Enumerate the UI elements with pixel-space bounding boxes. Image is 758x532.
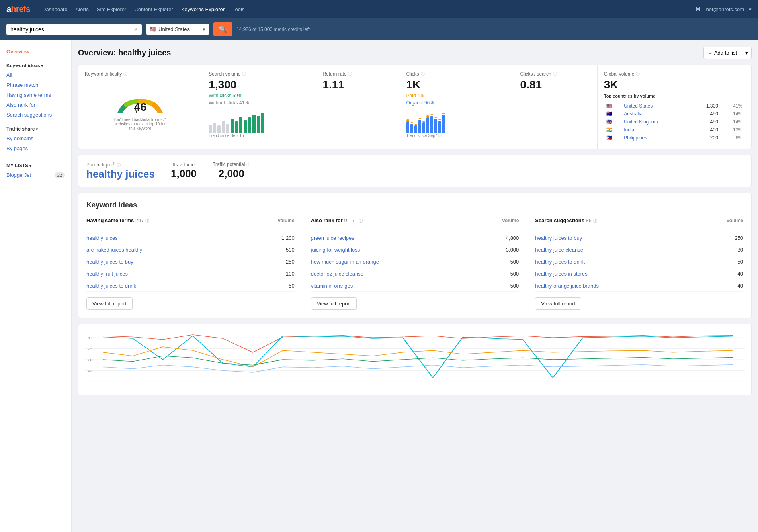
- rr-info-icon[interactable]: ⓘ: [348, 71, 352, 77]
- add-to-list-button[interactable]: ≡ Add to list ▾: [703, 47, 752, 59]
- clicks-per-search-card: Clicks / search ⓘ 0.81: [514, 65, 598, 149]
- hst-view-report-btn[interactable]: View full report: [86, 297, 133, 310]
- gauge-container: 46 You'll need backlinks from ~71 websit…: [85, 78, 195, 134]
- sidebar-item-overview[interactable]: Overview: [0, 47, 71, 57]
- return-rate-card: Return rate ⓘ 1.11: [316, 65, 400, 149]
- au-pct: 14%: [721, 110, 744, 117]
- user-email[interactable]: bot@ahrefs.com: [706, 6, 744, 12]
- arf-keyword-0[interactable]: green juice recipes: [311, 235, 354, 241]
- uk-link[interactable]: United Kingdom: [624, 119, 658, 125]
- in-link[interactable]: India: [624, 127, 634, 133]
- nav-content-explorer[interactable]: Content Explorer: [134, 6, 173, 12]
- ss-keyword-2[interactable]: healthy juices to drink: [535, 259, 585, 265]
- hst-keyword-2[interactable]: healthy juices to buy: [86, 259, 133, 265]
- sidebar-item-all[interactable]: All: [0, 70, 71, 80]
- hst-volume-header: Volume: [277, 218, 294, 223]
- ss-row-4: healthy orange juice brands 40: [535, 280, 743, 292]
- country-selector[interactable]: 🇺🇸 United States ▾: [146, 24, 209, 35]
- country-row-ph: 🇵🇭 Philippines 200 6%: [605, 134, 744, 141]
- tp-info-icon[interactable]: ⓘ: [246, 162, 250, 167]
- pt-info-icon[interactable]: ⓘ: [117, 163, 121, 167]
- arf-vol-3: 500: [510, 271, 519, 277]
- sidebar-item-by-pages[interactable]: By pages: [0, 143, 71, 153]
- country-flag: 🇺🇸: [150, 26, 156, 32]
- search-input-wrapper: ✕: [6, 24, 142, 35]
- without-clicks-text: Without clicks 41%: [209, 100, 309, 106]
- sidebar: Overview Keyword ideas All Phrase match …: [0, 40, 72, 532]
- nav-keywords-explorer[interactable]: Keywords Explorer: [181, 6, 225, 12]
- hst-vol-1: 500: [286, 247, 295, 253]
- ss-row-2: healthy juices to drink 50: [535, 256, 743, 268]
- ss-view-report-btn[interactable]: View full report: [535, 297, 581, 310]
- add-to-list-dropdown-btn[interactable]: ▾: [742, 47, 751, 59]
- ss-keyword-4[interactable]: healthy orange juice brands: [535, 283, 599, 289]
- having-same-terms-col: Having same terms 297 ⓘ Volume healthy j…: [86, 217, 303, 310]
- sv-info-icon[interactable]: ⓘ: [242, 71, 246, 77]
- ss-keyword-0[interactable]: healthy juices to buy: [535, 235, 582, 241]
- in-flag: 🇮🇳: [606, 127, 612, 133]
- sidebar-my-lists-label[interactable]: MY LISTS: [0, 160, 71, 170]
- nav-tools[interactable]: Tools: [232, 6, 244, 12]
- sidebar-item-having-same-terms[interactable]: Having same terms: [0, 90, 71, 100]
- country-row-in: 🇮🇳 India 400 13%: [605, 126, 744, 133]
- hst-keyword-3[interactable]: healthy fruit juices: [86, 271, 128, 277]
- search-suggestions-header: Search suggestions 86 ⓘ Volume: [535, 217, 743, 227]
- svg-text:10: 10: [88, 336, 95, 340]
- arf-keyword-3[interactable]: doctor oz juice cleanse: [311, 271, 363, 277]
- overview-header: Overview: healthy juices ≡ Add to list ▾: [78, 47, 752, 59]
- ph-link[interactable]: Philippines: [624, 135, 647, 141]
- sidebar-item-by-domains[interactable]: By domains: [0, 133, 71, 143]
- clear-icon[interactable]: ✕: [134, 27, 138, 32]
- svg-text:30: 30: [88, 358, 95, 362]
- clicks-trend-label: Trend since Sep '15: [406, 133, 507, 138]
- parent-topic-value[interactable]: healthy juices: [86, 168, 155, 180]
- ss-info-icon[interactable]: ⓘ: [593, 219, 597, 223]
- gv-info-icon[interactable]: ⓘ: [636, 71, 640, 77]
- arf-row-1: juicing for weight loss 3,000: [311, 244, 519, 256]
- hst-info-icon[interactable]: ⓘ: [145, 219, 149, 223]
- cps-info-icon[interactable]: ⓘ: [553, 71, 557, 77]
- parent-topic-label: Parent topic β ⓘ: [86, 161, 155, 168]
- sidebar-item-also-rank-for[interactable]: Also rank for: [0, 100, 71, 110]
- nav-alerts[interactable]: Alerts: [76, 6, 89, 12]
- arf-vol-4: 500: [510, 283, 519, 289]
- country-row-au: 🇦🇺 Australia 450 14%: [605, 110, 744, 117]
- traffic-potential-label: Traffic potential ⓘ: [213, 162, 250, 168]
- having-same-terms-title: Having same terms 297 ⓘ: [86, 217, 149, 224]
- ss-keyword-3[interactable]: healthy juices in stores: [535, 271, 588, 277]
- in-pct: 13%: [721, 126, 744, 133]
- nav-site-explorer[interactable]: Site Explorer: [97, 6, 126, 12]
- add-to-list-main-btn[interactable]: ≡ Add to list: [704, 47, 742, 59]
- sidebar-list-bloggerjet[interactable]: BloggerJet 22: [0, 170, 71, 180]
- clicks-info-icon[interactable]: ⓘ: [421, 71, 425, 77]
- hst-keyword-1[interactable]: are naked juices healthy: [86, 247, 142, 253]
- arf-keyword-2[interactable]: how much sugar in an orange: [311, 259, 379, 265]
- nav-dashboard[interactable]: Dashboard: [42, 6, 68, 12]
- arf-row-4: vitamin in oranges 500: [311, 280, 519, 292]
- arf-row-0: green juice recipes 4,800: [311, 232, 519, 244]
- uk-pct: 14%: [721, 118, 744, 125]
- hst-keyword-0[interactable]: healthy juices: [86, 235, 118, 241]
- search-button[interactable]: 🔍: [213, 22, 232, 36]
- top-countries-table: 🇺🇸 United States 1,300 41% 🇦🇺 Australia …: [604, 102, 745, 142]
- main-content: Overview: healthy juices ≡ Add to list ▾…: [72, 40, 758, 532]
- ss-keyword-1[interactable]: healthy juice cleanse: [535, 247, 583, 253]
- sidebar-traffic-share-label[interactable]: Traffic share: [0, 123, 71, 133]
- au-link[interactable]: Australia: [624, 111, 643, 117]
- sidebar-item-search-suggestions[interactable]: Search suggestions: [0, 110, 71, 120]
- hst-keyword-4[interactable]: healthy juices to drink: [86, 283, 136, 289]
- sidebar-keyword-ideas-label[interactable]: Keyword ideas: [0, 60, 71, 70]
- ss-vol-0: 250: [735, 235, 743, 241]
- top-navigation: ahrefs Dashboard Alerts Site Explorer Co…: [0, 0, 758, 18]
- arf-keyword-1[interactable]: juicing for weight loss: [311, 247, 360, 253]
- ss-vol-2: 50: [738, 259, 743, 265]
- gauge-note: You'll need backlinks from ~71 websites …: [112, 117, 168, 131]
- search-input[interactable]: [10, 26, 134, 33]
- us-link[interactable]: United States: [624, 103, 653, 109]
- user-dropdown-icon[interactable]: ▾: [749, 6, 752, 12]
- arf-view-report-btn[interactable]: View full report: [311, 297, 357, 310]
- kd-info-icon[interactable]: ⓘ: [123, 71, 127, 77]
- arf-info-icon[interactable]: ⓘ: [359, 219, 363, 223]
- sidebar-item-phrase-match[interactable]: Phrase match: [0, 80, 71, 90]
- arf-keyword-4[interactable]: vitamin in oranges: [311, 283, 353, 289]
